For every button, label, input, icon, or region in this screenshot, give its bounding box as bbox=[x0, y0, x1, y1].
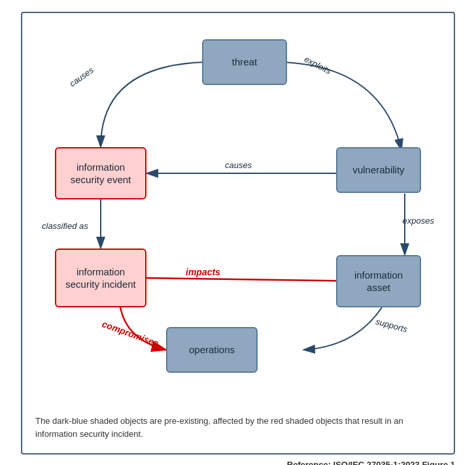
operations-node: operations bbox=[166, 327, 258, 373]
info-sec-event-node: information security event bbox=[55, 147, 146, 199]
classified-as-label: classified as bbox=[42, 221, 88, 231]
svg-line-5 bbox=[146, 278, 362, 281]
threat-node: threat bbox=[202, 39, 287, 85]
diagram-box: exploits exposes supports causes causes … bbox=[21, 12, 455, 455]
compromises-label: compromises bbox=[101, 319, 160, 349]
info-asset-node: information asset bbox=[336, 255, 421, 307]
diagram-area: exploits exposes supports causes causes … bbox=[35, 26, 441, 405]
causes-vuln-label: causes bbox=[225, 160, 252, 170]
exposes-label: exposes bbox=[403, 216, 434, 226]
supports-label: supports bbox=[375, 317, 409, 334]
impacts-label: impacts bbox=[186, 267, 220, 277]
causes-threat-label: causes bbox=[67, 65, 95, 89]
page-container: exploits exposes supports causes causes … bbox=[9, 0, 467, 465]
reference: Reference: ISO/IEC 27035-1:2023 Figure 1 bbox=[21, 460, 455, 465]
vulnerability-node: vulnerability bbox=[336, 147, 421, 193]
exploits-label: exploits bbox=[303, 54, 333, 77]
info-sec-incident-node: information security incident bbox=[55, 249, 146, 307]
caption: The dark-blue shaded objects are pre-exi… bbox=[35, 415, 441, 440]
